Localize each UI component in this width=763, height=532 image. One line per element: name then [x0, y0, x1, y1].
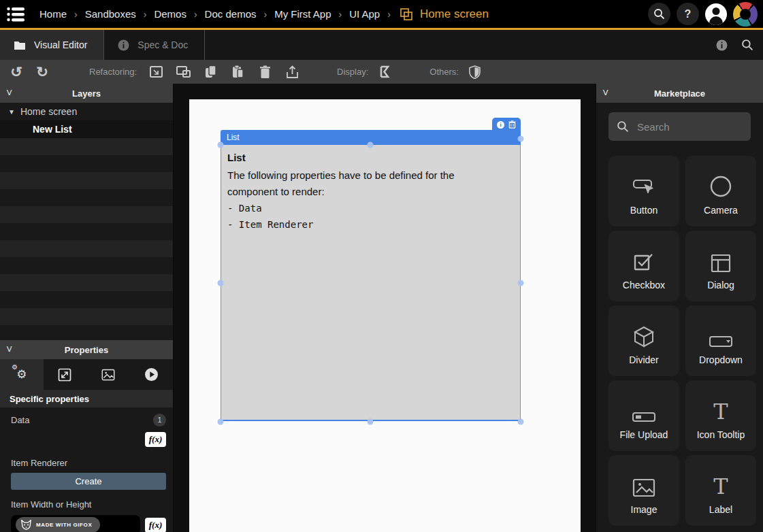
marketplace-search-input[interactable]	[637, 121, 739, 133]
resize-handle-bottom-right[interactable]	[518, 419, 524, 425]
breadcrumb-item-ui-app[interactable]: UI App	[349, 8, 380, 20]
component-info-icon[interactable]: i	[497, 121, 504, 129]
tab-specific-properties[interactable]: ⚙⚙	[0, 359, 44, 390]
resize-handle-mid-left[interactable]	[218, 280, 224, 286]
data-property-label: Data	[11, 415, 29, 425]
search-icon[interactable]	[648, 3, 670, 25]
properties-tabs: ⚙⚙	[0, 359, 173, 390]
marketplace-title: Marketplace	[596, 88, 763, 99]
marketplace-card-file-upload[interactable]: File Upload	[608, 380, 679, 451]
tab-appearance-properties[interactable]	[86, 359, 130, 390]
marketplace-card-image[interactable]: Image	[608, 455, 679, 526]
extract-component-icon[interactable]	[146, 63, 165, 82]
file-upload-icon	[632, 380, 656, 422]
menu-icon[interactable]	[7, 7, 25, 22]
skeleton-display-icon[interactable]	[375, 63, 394, 82]
image-icon	[632, 455, 655, 497]
svg-text:T: T	[713, 476, 728, 497]
data-fx-button[interactable]: f(x)	[145, 432, 166, 447]
marketplace-card-divider[interactable]: Divider	[608, 305, 679, 376]
chevron-right-icon: ›	[194, 9, 197, 20]
create-item-renderer-button[interactable]: Create	[11, 473, 166, 490]
marketplace-card-camera[interactable]: Camera	[685, 156, 756, 227]
copy-icon[interactable]	[201, 63, 220, 82]
card-label: Label	[709, 504, 732, 515]
shield-icon[interactable]	[466, 63, 485, 82]
play-icon	[144, 367, 159, 382]
canvas-page[interactable]: i List List The following properties hav…	[189, 99, 581, 532]
resize-handle-top-right[interactable]	[518, 136, 524, 142]
layer-item-home-screen[interactable]: ▼ Home screen	[0, 103, 173, 120]
breadcrumb-item-home[interactable]: Home	[39, 8, 67, 20]
component-body-title: List	[227, 152, 514, 163]
component-delete-icon[interactable]	[508, 120, 516, 129]
button-cursor-icon	[631, 156, 657, 198]
card-label: Dialog	[707, 280, 734, 290]
collapse-chevron-icon[interactable]: ˅	[6, 87, 12, 99]
component-body[interactable]: List The following properties have to be…	[221, 145, 521, 421]
svg-text:T: T	[713, 401, 728, 422]
chevron-right-icon: ›	[387, 9, 391, 20]
tab-layout-properties[interactable]	[44, 359, 87, 390]
layer-label: New List	[33, 124, 72, 135]
marketplace-search[interactable]	[608, 112, 751, 141]
resize-handle-bottom-left[interactable]	[218, 419, 224, 425]
cube-icon	[633, 305, 655, 348]
refactoring-label: Refactoring:	[89, 67, 137, 77]
layers-panel-header[interactable]: ˅ Layers	[0, 84, 173, 103]
search-icon[interactable]	[741, 39, 753, 51]
paste-icon[interactable]	[228, 63, 247, 82]
checkbox-icon	[633, 231, 655, 273]
properties-panel-header[interactable]: ˅ Properties	[0, 340, 173, 359]
undo-button[interactable]: ↺	[7, 63, 26, 82]
account-avatar[interactable]	[705, 3, 727, 25]
wrap-component-icon[interactable]	[174, 63, 193, 82]
tab-spec-doc[interactable]: Spec & Doc	[104, 30, 205, 60]
collapse-chevron-icon[interactable]: ˅	[602, 87, 608, 99]
breadcrumb-item-doc-demos[interactable]: Doc demos	[205, 8, 257, 20]
item-width-fx-button[interactable]: f(x)	[145, 518, 166, 532]
brand-logo-icon[interactable]	[733, 2, 758, 27]
canvas-viewport[interactable]: i List List The following properties hav…	[174, 84, 596, 532]
breadcrumb-item-my-first-app[interactable]: My First App	[274, 8, 331, 20]
search-icon	[617, 120, 629, 133]
image-icon	[101, 369, 115, 381]
main-area: ˅ Layers ▼ Home screen New List ˅ Proper…	[0, 84, 763, 532]
collapse-chevron-icon[interactable]: ˅	[6, 344, 12, 356]
expand-caret-icon[interactable]: ▼	[8, 108, 15, 116]
breadcrumb-item-demos[interactable]: Demos	[154, 8, 186, 20]
layer-item-new-list[interactable]: New List	[0, 120, 173, 138]
marketplace-card-checkbox[interactable]: Checkbox	[608, 231, 679, 301]
resize-handle-top-center[interactable]	[368, 142, 374, 148]
marketplace-card-label[interactable]: TLabel	[685, 455, 756, 526]
resize-icon	[58, 368, 71, 382]
marketplace-grid: ButtonCameraCheckboxDialogDividerDropdow…	[608, 156, 753, 526]
tab-label: Spec & Doc	[137, 39, 188, 50]
resize-handle-top-left[interactable]	[218, 142, 224, 148]
delete-icon[interactable]	[255, 63, 274, 82]
tab-visual-editor[interactable]: Visual Editor	[0, 30, 104, 60]
top-bar: Home›Sandboxes›Demos›Doc demos›My First …	[0, 0, 763, 28]
layers-empty-area	[0, 138, 173, 340]
marketplace-card-dropdown[interactable]: Dropdown	[685, 305, 756, 376]
export-icon[interactable]	[282, 63, 302, 82]
marketplace-card-icon-tooltip[interactable]: TIcon Tooltip	[685, 380, 756, 451]
marketplace-card-button[interactable]: Button	[608, 156, 679, 227]
marketplace-card-dialog[interactable]: Dialog	[685, 231, 756, 301]
text-serif-icon: T	[711, 455, 730, 497]
tab-actions-properties[interactable]	[130, 359, 174, 390]
fox-icon	[20, 520, 32, 530]
help-icon[interactable]: ?	[677, 3, 699, 25]
layers-title: Layers	[0, 88, 173, 99]
marketplace-panel-header[interactable]: ˅ Marketplace	[596, 84, 763, 103]
component-description: The following properties have to be defi…	[227, 167, 486, 200]
card-label: Image	[631, 504, 658, 515]
info-icon[interactable]	[716, 39, 728, 51]
item-width-input[interactable]: 40 MADE WITH GIFOX	[11, 515, 140, 532]
breadcrumb-item-sandboxes[interactable]: Sandboxes	[85, 8, 136, 20]
resize-handle-mid-right[interactable]	[518, 280, 524, 286]
redo-button[interactable]: ↻	[33, 63, 52, 82]
resize-handle-bottom-center[interactable]	[368, 419, 374, 425]
action-toolbar: ↺ ↻ Refactoring: Display:	[0, 60, 763, 84]
card-label: Camera	[704, 205, 738, 216]
